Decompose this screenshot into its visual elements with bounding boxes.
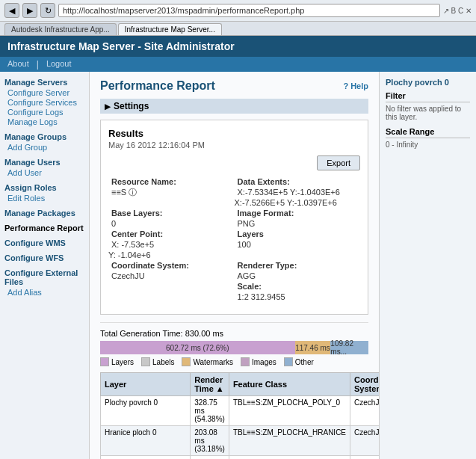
results-date: May 16 2012 12:16:04 PM bbox=[108, 141, 360, 150]
refresh-button[interactable]: ↻ bbox=[40, 3, 55, 18]
sidebar-section-packages: Manage Packages bbox=[4, 209, 84, 218]
sidebar-title-wms[interactable]: Configure WMS bbox=[4, 238, 84, 247]
right-panel-scale-text: 0 - Infinity bbox=[386, 141, 470, 149]
resource-name-value: ≡≡S ⓘ bbox=[108, 187, 235, 208]
sidebar-link-configure-logs[interactable]: Configure Logs bbox=[4, 108, 84, 117]
pb-labels: 117.46 ms bbox=[295, 341, 331, 354]
layers-table: Layer Render Time ▲ Feature Class Coordi… bbox=[100, 372, 379, 459]
sidebar-section-users: Manage Users Add User bbox=[4, 158, 84, 177]
image-format-label: Image Format: bbox=[235, 208, 361, 218]
right-panel-filter-text: No filter was applied to this layer. bbox=[386, 105, 470, 121]
legend-color-watermarks bbox=[182, 357, 191, 366]
legend-label-other: Other bbox=[295, 358, 314, 366]
sidebar-link-add-user[interactable]: Add User bbox=[4, 168, 84, 177]
table-row[interactable]: ZM_OSY_POPIS_MALY 33.80 ms (5.6%) TBL≡≡S… bbox=[101, 456, 380, 460]
page-title-row: Performance Report ? Help bbox=[100, 79, 368, 93]
export-button[interactable]: Export bbox=[317, 155, 360, 170]
sidebar-link-manage-logs[interactable]: Manage Logs bbox=[4, 117, 84, 126]
scale-label: Scale: bbox=[235, 281, 361, 292]
sidebar-section-wfs: Configure WFS bbox=[4, 253, 84, 262]
pb-layers: 602.72 ms (72.6%) bbox=[100, 341, 295, 354]
cell-layer: ZM_OSY_POPIS_MALY bbox=[101, 456, 191, 460]
right-panel: Plochy povrch 0 Filter No filter was app… bbox=[379, 72, 476, 459]
sidebar-title-roles: Assign Roles bbox=[4, 183, 84, 192]
help-link[interactable]: ? Help bbox=[343, 81, 368, 90]
cell-render-time: 328.75 ms (54.38%) bbox=[191, 396, 229, 426]
gen-time-value: 830.00 ms bbox=[185, 329, 223, 338]
cell-layer: Plochy povrch 0 bbox=[101, 396, 191, 426]
cell-coord-system: CzechJTSK/5.Krovak bbox=[350, 426, 379, 456]
sidebar-title-packages: Manage Packages bbox=[4, 209, 84, 218]
scale-spacer2 bbox=[108, 292, 235, 302]
forward-button[interactable]: ▶ bbox=[22, 3, 37, 18]
scale-spacer bbox=[108, 281, 235, 292]
cell-feature-class: TBL≡≡S:ZM_PLOCHA_HRANICE bbox=[229, 426, 350, 456]
scale-value: 1:2 312.9455 bbox=[235, 292, 361, 302]
cell-feature-class: TBL≡≡S:ZM_PLOCHA_POLY_0 bbox=[229, 396, 350, 426]
cell-coord-system: CzechJTSK/5.Krovak bbox=[350, 456, 379, 460]
base-layers-label: Base Layers: bbox=[108, 208, 235, 218]
tab-autodesk[interactable]: Autodesk Infrastructure App... bbox=[4, 23, 117, 35]
url-bar[interactable]: http://localhost/mapserver2013/mspadmin/… bbox=[58, 4, 440, 17]
results-area: Results May 16 2012 12:16:04 PM Export R… bbox=[100, 120, 368, 315]
app-header: Infrastructure Map Server - Site Adminis… bbox=[0, 36, 476, 57]
renderer-type-value: AGG bbox=[235, 271, 361, 281]
nav-sep: | bbox=[37, 59, 39, 70]
sidebar-title-groups: Manage Groups bbox=[4, 132, 84, 141]
legend-label-labels: Labels bbox=[152, 358, 174, 366]
resource-name-value-text: ≡≡S ⓘ bbox=[108, 186, 140, 198]
sidebar-section-wms: Configure WMS bbox=[4, 238, 84, 247]
sidebar-section-groups: Manage Groups Add Group bbox=[4, 132, 84, 152]
table-row[interactable]: Hranice ploch 0 203.08 ms (33.18%) TBL≡≡… bbox=[101, 426, 380, 456]
sidebar-link-add-group[interactable]: Add Group bbox=[4, 143, 84, 152]
nav-logout[interactable]: Logout bbox=[46, 59, 72, 70]
center-point-value: X: -7.53e+5Y: -1.04e+6 bbox=[108, 239, 235, 260]
cell-render-time: 33.80 ms (5.6%) bbox=[191, 456, 229, 460]
sidebar-link-edit-roles[interactable]: Edit Roles bbox=[4, 194, 84, 203]
legend-item-watermarks: Watermarks bbox=[182, 357, 233, 366]
sidebar-section-perf: Performance Report bbox=[4, 224, 84, 232]
legend: Layers Labels Watermarks Images Other bbox=[100, 357, 368, 366]
settings-section-header[interactable]: ▶ Settings bbox=[100, 99, 368, 114]
legend-label-watermarks: Watermarks bbox=[193, 358, 233, 366]
export-row: Export bbox=[108, 155, 360, 170]
legend-item-images: Images bbox=[241, 357, 276, 366]
app-nav: About | Logout bbox=[0, 57, 476, 72]
back-button[interactable]: ◀ bbox=[4, 3, 19, 18]
layers-value: 100 bbox=[235, 239, 361, 260]
image-format-value: PNG bbox=[235, 218, 361, 229]
sidebar-link-add-alias[interactable]: Add Alias bbox=[4, 288, 84, 297]
sidebar-link-configure-services[interactable]: Configure Services bbox=[4, 98, 84, 107]
right-panel-title: Plochy povrch 0 bbox=[386, 78, 470, 87]
col-feature-class: Feature Class bbox=[229, 373, 350, 396]
sidebar-section-servers: Manage Servers Configure Server Configur… bbox=[4, 78, 84, 126]
legend-label-images: Images bbox=[252, 358, 276, 366]
browser-tabs: Autodesk Infrastructure App... Infrastru… bbox=[0, 22, 476, 35]
sidebar-link-configure-server[interactable]: Configure Server bbox=[4, 88, 84, 97]
col-layer: Layer bbox=[101, 373, 191, 396]
gen-time-label: Total Generation Time: bbox=[100, 329, 183, 338]
sidebar-title-wfs[interactable]: Configure WFS bbox=[4, 253, 84, 262]
legend-item-labels: Labels bbox=[141, 357, 174, 366]
cell-feature-class: TBL≡≡S:ZM_OSY_TBL bbox=[229, 456, 350, 460]
right-panel-filter-title: Filter bbox=[386, 91, 470, 102]
browser-chrome: ◀ ▶ ↻ http://localhost/mapserver2013/msp… bbox=[0, 0, 476, 36]
sidebar-section-external: Configure External Files Add Alias bbox=[4, 268, 84, 297]
center-point-label: Center Point: bbox=[108, 229, 235, 239]
pb-labels-label: 117.46 ms bbox=[295, 344, 330, 352]
progress-bar: 602.72 ms (72.6%) 117.46 ms 109.82 ms... bbox=[100, 341, 368, 354]
scale-value-text: 1:2 312.9455 bbox=[235, 291, 288, 303]
gen-time: Total Generation Time: 830.00 ms bbox=[100, 329, 368, 338]
tab-infrastructure[interactable]: Infrastructure Map Server... bbox=[118, 23, 222, 35]
sidebar-title-perf[interactable]: Performance Report bbox=[4, 224, 84, 232]
center-point-value-text: X: -7.53e+5Y: -1.04e+6 bbox=[108, 238, 154, 261]
sidebar-title-users: Manage Users bbox=[4, 158, 84, 167]
base-layers-value: 0 bbox=[108, 218, 235, 229]
cell-coord-system: CzechJTSK/5.Krovak bbox=[350, 396, 379, 426]
pb-layers-label: 602.72 ms (72.6%) bbox=[166, 344, 229, 352]
cell-layer: Hranice ploch 0 bbox=[101, 426, 191, 456]
col-render-time[interactable]: Render Time ▲ bbox=[191, 373, 229, 396]
nav-about[interactable]: About bbox=[7, 59, 29, 70]
table-row[interactable]: Plochy povrch 0 328.75 ms (54.38%) TBL≡≡… bbox=[101, 396, 380, 426]
sidebar-title-external: Configure External Files bbox=[4, 268, 84, 286]
